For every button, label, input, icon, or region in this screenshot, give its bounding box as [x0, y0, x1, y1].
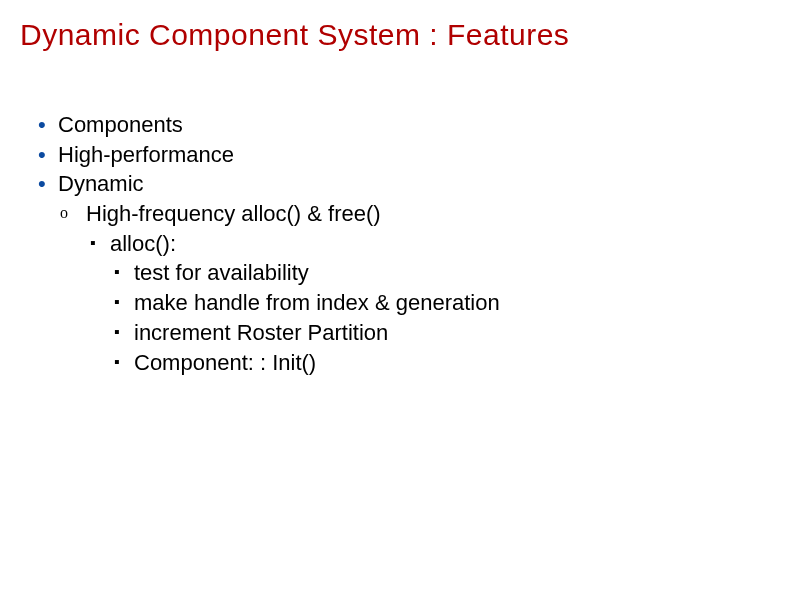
- list-item-label: High-frequency alloc() & free(): [86, 199, 780, 229]
- list-item-label: increment Roster Partition: [134, 318, 780, 348]
- list-item: ▪ make handle from index & generation: [38, 288, 780, 318]
- slide-content: • Components • High-performance • Dynami…: [20, 110, 780, 377]
- list-item: o High-frequency alloc() & free(): [38, 199, 780, 229]
- list-item-label: make handle from index & generation: [134, 288, 780, 318]
- bullet-square-icon: ▪: [114, 288, 134, 315]
- slide-title: Dynamic Component System : Features: [20, 18, 780, 52]
- slide: Dynamic Component System : Features • Co…: [0, 0, 800, 600]
- list-item: • High-performance: [38, 140, 780, 170]
- list-item: • Components: [38, 110, 780, 140]
- bullet-square-icon: ▪: [114, 318, 134, 345]
- bullet-dot-icon: •: [38, 110, 58, 140]
- list-item-label: alloc():: [110, 229, 780, 259]
- bullet-square-icon: ▪: [90, 229, 110, 256]
- list-item: ▪ alloc():: [38, 229, 780, 259]
- list-item-label: Dynamic: [58, 169, 780, 199]
- bullet-dot-icon: •: [38, 140, 58, 170]
- bullet-dot-icon: •: [38, 169, 58, 199]
- list-item: • Dynamic: [38, 169, 780, 199]
- list-item-label: High-performance: [58, 140, 780, 170]
- list-item: ▪ Component: : Init(): [38, 348, 780, 378]
- list-item-label: Components: [58, 110, 780, 140]
- list-item-label: test for availability: [134, 258, 780, 288]
- bullet-square-icon: ▪: [114, 348, 134, 375]
- list-item: ▪ increment Roster Partition: [38, 318, 780, 348]
- bullet-circle-icon: o: [60, 199, 86, 226]
- list-item-label: Component: : Init(): [134, 348, 780, 378]
- bullet-square-icon: ▪: [114, 258, 134, 285]
- list-item: ▪ test for availability: [38, 258, 780, 288]
